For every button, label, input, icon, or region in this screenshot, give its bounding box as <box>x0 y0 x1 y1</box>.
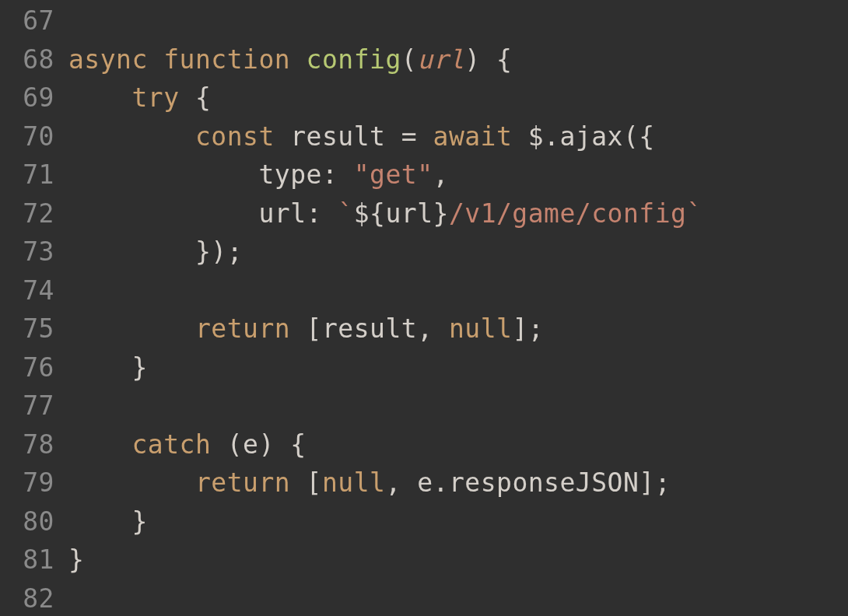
code-token: await <box>433 121 513 152</box>
code-token <box>68 82 131 113</box>
code-token <box>417 121 433 152</box>
code-token <box>68 121 195 152</box>
code-token: ${ <box>354 198 386 229</box>
code-token: { <box>195 82 211 113</box>
code-content[interactable]: url: `${url}/v1/game/config` <box>68 194 848 233</box>
line-number: 77 <box>0 387 68 425</box>
code-token: return <box>195 313 290 344</box>
code-line[interactable]: 79 return [null, e.responseJSON]; <box>0 464 848 502</box>
code-content[interactable]: return [null, e.responseJSON]; <box>68 464 848 502</box>
code-token <box>148 44 163 75</box>
code-line[interactable]: 76 } <box>0 348 848 387</box>
code-token: . <box>544 121 559 152</box>
code-token <box>68 506 131 537</box>
code-token <box>338 159 353 190</box>
code-content[interactable]: } <box>68 348 848 387</box>
line-number: 79 <box>0 464 68 502</box>
code-token <box>68 236 195 267</box>
code-content[interactable]: } <box>68 541 848 579</box>
code-content[interactable]: } <box>68 502 848 541</box>
line-number: 70 <box>0 117 68 156</box>
code-token: , <box>385 467 401 498</box>
line-number: 80 <box>0 502 68 541</box>
code-token: { <box>290 429 306 460</box>
code-token: } <box>131 352 147 383</box>
code-token <box>68 352 131 383</box>
code-token: { <box>496 44 512 75</box>
code-token: try <box>131 82 179 113</box>
code-token: config <box>307 44 401 75</box>
code-token: url <box>258 198 306 229</box>
code-token: ` <box>338 198 353 229</box>
code-token: , <box>433 159 449 190</box>
code-line[interactable]: 81} <box>0 541 848 579</box>
code-token: null <box>449 313 512 344</box>
code-line[interactable]: 80 } <box>0 502 848 541</box>
code-token: null <box>322 467 385 498</box>
code-token: : <box>307 198 322 229</box>
code-token: , <box>417 313 433 344</box>
code-token <box>68 313 195 344</box>
line-number: 68 <box>0 40 68 79</box>
code-token: result <box>290 121 385 152</box>
code-line[interactable]: 78 catch (e) { <box>0 425 848 464</box>
code-line[interactable]: 82 <box>0 579 848 617</box>
code-token <box>290 467 306 498</box>
code-content[interactable]: catch (e) { <box>68 425 848 464</box>
line-number: 71 <box>0 156 68 194</box>
code-token: e <box>243 429 258 460</box>
code-token: const <box>195 121 275 152</box>
code-token: ) <box>464 44 480 75</box>
line-number: 78 <box>0 425 68 464</box>
code-line[interactable]: 71 type: "get", <box>0 156 848 194</box>
code-token: catch <box>131 429 211 460</box>
code-token <box>68 467 195 498</box>
code-token: } <box>433 198 449 229</box>
code-line[interactable]: 67 <box>0 2 848 40</box>
code-token <box>385 121 401 152</box>
code-token <box>68 159 258 190</box>
line-number: 81 <box>0 541 68 579</box>
code-line[interactable]: 72 url: `${url}/v1/game/config` <box>0 194 848 233</box>
line-number: 82 <box>0 579 68 617</box>
line-number: 69 <box>0 79 68 117</box>
code-token: [ <box>307 467 322 498</box>
code-content[interactable]: async function config(url) { <box>68 40 848 79</box>
code-line[interactable]: 68async function config(url) { <box>0 40 848 79</box>
code-token: result <box>322 313 417 344</box>
code-token <box>211 429 226 460</box>
code-line[interactable]: 73 }); <box>0 233 848 271</box>
code-line[interactable]: 69 try { <box>0 79 848 117</box>
code-line[interactable]: 74 <box>0 271 848 310</box>
line-number: 67 <box>0 2 68 40</box>
code-token: ]; <box>512 313 544 344</box>
code-token: ]; <box>639 467 671 498</box>
code-token <box>275 429 290 460</box>
code-token <box>180 82 195 113</box>
code-token: e <box>417 467 433 498</box>
code-token: function <box>163 44 290 75</box>
code-token: ( <box>227 429 243 460</box>
code-line[interactable]: 75 return [result, null]; <box>0 310 848 348</box>
line-number: 73 <box>0 233 68 271</box>
code-content[interactable]: try { <box>68 79 848 117</box>
code-token: : <box>322 159 338 190</box>
code-token <box>290 313 306 344</box>
code-token: async <box>68 44 148 75</box>
code-token: $ <box>528 121 544 152</box>
code-content[interactable]: type: "get", <box>68 156 848 194</box>
code-content[interactable]: const result = await $.ajax({ <box>68 117 848 156</box>
code-token: } <box>68 544 84 575</box>
code-token <box>433 313 449 344</box>
code-token: return <box>195 467 290 498</box>
line-number: 74 <box>0 271 68 310</box>
code-token: "get" <box>354 159 433 190</box>
code-line[interactable]: 77 <box>0 387 848 425</box>
code-line[interactable]: 70 const result = await $.ajax({ <box>0 117 848 156</box>
code-token: ) <box>258 429 274 460</box>
code-token: url <box>385 198 433 229</box>
code-content[interactable]: }); <box>68 233 848 271</box>
code-content[interactable]: return [result, null]; <box>68 310 848 348</box>
code-editor[interactable]: 6768async function config(url) {69 try {… <box>0 0 848 616</box>
line-number: 76 <box>0 348 68 387</box>
